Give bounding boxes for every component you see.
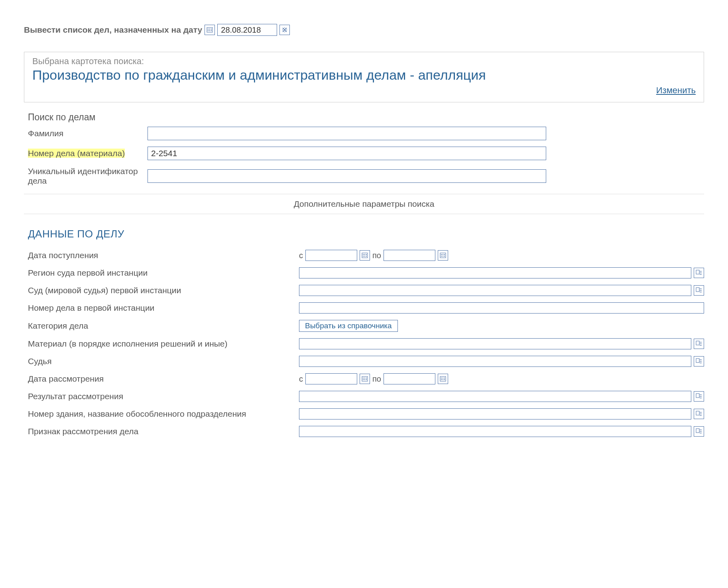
svg-rect-47 bbox=[444, 378, 445, 378]
svg-rect-8 bbox=[363, 254, 364, 255]
svg-rect-3 bbox=[211, 29, 212, 29]
svg-rect-1 bbox=[208, 29, 209, 29]
uid-input[interactable] bbox=[148, 169, 546, 183]
svg-rect-48 bbox=[441, 379, 442, 380]
list-date-input[interactable] bbox=[217, 24, 277, 36]
svg-rect-0 bbox=[207, 27, 212, 32]
svg-rect-14 bbox=[440, 253, 446, 258]
arrival-date-label: Дата поступления bbox=[28, 251, 299, 260]
svg-rect-33 bbox=[696, 359, 699, 363]
region-label: Регион суда первой инстанции bbox=[28, 268, 299, 278]
svg-rect-45 bbox=[441, 378, 442, 378]
surname-label: Фамилия bbox=[28, 129, 148, 138]
svg-rect-43 bbox=[366, 379, 367, 380]
svg-rect-18 bbox=[441, 256, 442, 257]
lookup-icon[interactable] bbox=[694, 268, 704, 278]
lookup-icon[interactable] bbox=[694, 409, 704, 419]
arrival-date-to-input[interactable] bbox=[384, 250, 435, 261]
svg-rect-50 bbox=[444, 379, 445, 380]
svg-rect-19 bbox=[443, 256, 443, 257]
svg-rect-40 bbox=[366, 378, 367, 378]
hearing-date-label: Дата рассмотрения bbox=[28, 374, 299, 384]
svg-rect-17 bbox=[444, 254, 445, 255]
card-title: Производство по гражданским и администра… bbox=[32, 67, 696, 83]
clear-date-icon[interactable] bbox=[279, 25, 290, 35]
lookup-icon[interactable] bbox=[694, 339, 704, 349]
surname-input[interactable] bbox=[148, 127, 546, 140]
svg-rect-7 bbox=[362, 253, 368, 258]
svg-rect-6 bbox=[211, 30, 212, 31]
hearing-flag-label: Признак рассмотрения дела bbox=[28, 427, 299, 436]
svg-rect-15 bbox=[441, 254, 442, 255]
svg-rect-10 bbox=[366, 254, 367, 255]
to-label: по bbox=[372, 374, 381, 384]
calendar-icon[interactable] bbox=[205, 25, 215, 35]
hearing-date-to-input[interactable] bbox=[384, 373, 435, 384]
from-label: с bbox=[299, 251, 303, 260]
region-input[interactable] bbox=[299, 267, 691, 278]
calendar-icon[interactable] bbox=[438, 374, 448, 384]
judge-label: Судья bbox=[28, 357, 299, 366]
svg-rect-37 bbox=[362, 376, 368, 381]
svg-rect-16 bbox=[443, 254, 443, 255]
calendar-icon[interactable] bbox=[438, 250, 448, 261]
svg-rect-38 bbox=[363, 378, 364, 378]
first-instance-no-input[interactable] bbox=[299, 302, 704, 314]
from-label: с bbox=[299, 374, 303, 384]
svg-rect-59 bbox=[696, 429, 699, 433]
svg-rect-39 bbox=[364, 378, 365, 378]
svg-rect-5 bbox=[209, 30, 210, 31]
svg-rect-44 bbox=[440, 376, 446, 381]
list-by-date-label: Вывести список дел, назначенных на дату bbox=[24, 25, 202, 35]
material-input[interactable] bbox=[299, 338, 691, 349]
result-input[interactable] bbox=[299, 391, 691, 402]
svg-rect-29 bbox=[696, 341, 699, 345]
building-label: Номер здания, название обособленного под… bbox=[28, 409, 299, 419]
hearing-date-from-input[interactable] bbox=[305, 373, 357, 384]
result-label: Результат рассмотрения bbox=[28, 392, 299, 401]
svg-rect-12 bbox=[364, 256, 365, 257]
svg-rect-4 bbox=[208, 30, 209, 31]
material-label: Материал (в порядке исполнения решений и… bbox=[28, 339, 299, 349]
svg-rect-20 bbox=[444, 256, 445, 257]
svg-rect-55 bbox=[696, 411, 699, 415]
svg-rect-2 bbox=[209, 29, 210, 29]
svg-rect-11 bbox=[363, 256, 364, 257]
first-instance-no-label: Номер дела в первой инстанции bbox=[28, 303, 299, 313]
svg-rect-9 bbox=[364, 254, 365, 255]
lookup-icon[interactable] bbox=[694, 285, 704, 296]
arrival-date-from-input[interactable] bbox=[305, 250, 357, 261]
svg-rect-49 bbox=[443, 379, 443, 380]
svg-rect-21 bbox=[696, 270, 699, 274]
calendar-icon[interactable] bbox=[360, 250, 370, 261]
case-data-heading: ДАННЫЕ ПО ДЕЛУ bbox=[24, 228, 704, 240]
building-input[interactable] bbox=[299, 408, 691, 419]
choose-from-directory-button[interactable]: Выбрать из справочника bbox=[299, 320, 398, 332]
case-number-label: Номер дела (материала) bbox=[28, 149, 148, 158]
court-label: Суд (мировой судья) первой инстанции bbox=[28, 286, 299, 295]
to-label: по bbox=[372, 251, 381, 260]
case-number-input[interactable] bbox=[148, 147, 546, 160]
calendar-icon[interactable] bbox=[360, 374, 370, 384]
hearing-flag-input[interactable] bbox=[299, 426, 691, 437]
lookup-icon[interactable] bbox=[694, 356, 704, 367]
svg-rect-41 bbox=[363, 379, 364, 380]
svg-rect-13 bbox=[366, 256, 367, 257]
svg-rect-46 bbox=[443, 378, 443, 378]
svg-rect-42 bbox=[364, 379, 365, 380]
search-header: Поиск по делам bbox=[28, 112, 704, 123]
svg-rect-51 bbox=[696, 394, 699, 398]
svg-rect-25 bbox=[696, 288, 699, 292]
court-input[interactable] bbox=[299, 285, 691, 296]
judge-input[interactable] bbox=[299, 356, 691, 367]
card-subheader: Выбрана картотека поиска: bbox=[32, 56, 696, 67]
extra-params-toggle[interactable]: Дополнительные параметры поиска bbox=[24, 194, 704, 214]
change-link[interactable]: Изменить bbox=[656, 85, 696, 95]
uid-label: Уникальный идентификатор дела bbox=[28, 167, 148, 186]
category-label: Категория дела bbox=[28, 321, 299, 331]
selected-card-index: Выбрана картотека поиска: Производство п… bbox=[24, 52, 704, 102]
lookup-icon[interactable] bbox=[694, 426, 704, 437]
lookup-icon[interactable] bbox=[694, 391, 704, 402]
